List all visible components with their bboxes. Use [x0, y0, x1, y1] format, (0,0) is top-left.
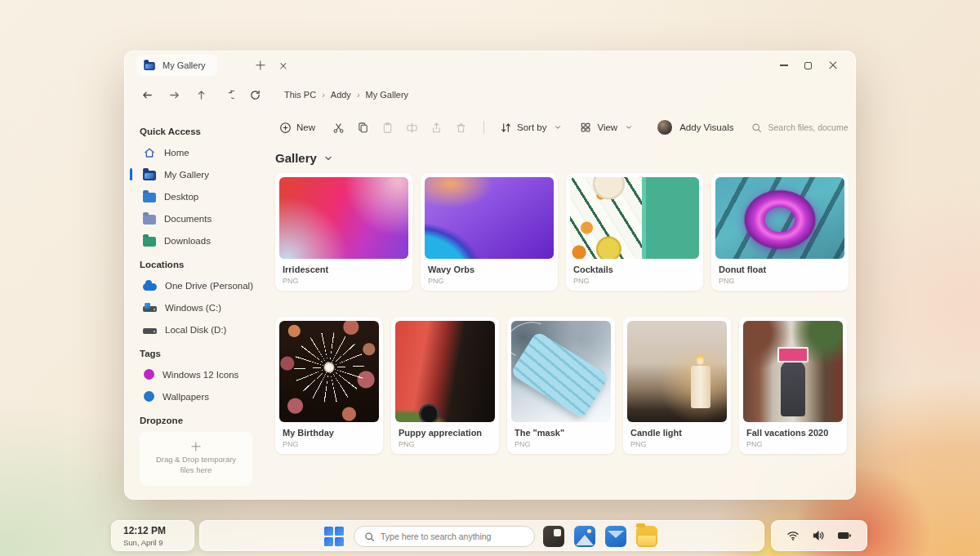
gallery-card-irridescent[interactable]: Irridescent PNG	[275, 173, 412, 291]
system-tray[interactable]	[771, 520, 867, 551]
sidebar-item-local-disk-d[interactable]: Local Disk (D:)	[140, 318, 257, 340]
gallery-folder-icon	[143, 171, 156, 180]
media-app-icon[interactable]	[543, 526, 564, 547]
desktop-wallpaper: My Gallery	[0, 0, 980, 556]
plus-icon	[192, 442, 201, 451]
sidebar-item-wallpapers[interactable]: Wallpapers	[140, 385, 257, 407]
start-logo-icon	[324, 527, 333, 536]
taskbar-search[interactable]	[354, 526, 535, 547]
sidebar-item-desktop[interactable]: Desktop	[140, 185, 257, 207]
dropzone-text: Drag & Drop temporary files here	[151, 455, 241, 476]
profile-button[interactable]: Addy Visuals	[657, 119, 733, 136]
tag-dot-blue-icon	[144, 391, 154, 402]
navigation-bar: This PC › Addy › My Gallery	[125, 79, 855, 110]
folder-green-icon	[143, 237, 156, 247]
close-tab-icon[interactable]	[279, 62, 287, 69]
gallery-folder-icon	[144, 62, 155, 70]
taskbar-center	[199, 520, 764, 551]
gallery-card-the-mask[interactable]: The "mask" PNG	[507, 317, 615, 454]
mail-app-icon[interactable]	[605, 526, 626, 547]
clock-widget[interactable]: 12:12 PM Sun, April 9	[111, 520, 194, 551]
tab-title: My Gallery	[163, 60, 206, 70]
new-button[interactable]: New	[274, 118, 320, 137]
up-icon[interactable]	[195, 89, 207, 101]
sidebar-item-onedrive[interactable]: One Drive (Personal)	[140, 274, 257, 296]
sidebar-item-my-gallery[interactable]: My Gallery	[140, 163, 257, 185]
section-quick-access: Quick Access	[140, 127, 257, 136]
candle-shape	[691, 366, 710, 408]
profile-name: Addy Visuals	[679, 122, 733, 132]
start-logo-icon	[335, 537, 344, 546]
main-content: New	[265, 112, 862, 499]
gallery-card-donut-float[interactable]: Donut float PNG	[711, 173, 849, 291]
sidebar-item-windows-c[interactable]: Windows (C:)	[140, 296, 257, 318]
thumbnail-donut-float	[715, 177, 844, 259]
sidebar: Quick Access Home My Gallery Desktop	[125, 112, 265, 499]
sort-by-button[interactable]: Sort by	[494, 118, 569, 137]
dropzone-target[interactable]: Drag & Drop temporary files here	[140, 432, 252, 486]
thumbnail-irridescent	[279, 177, 408, 259]
chevron-down-icon	[622, 121, 635, 134]
folder-blue-icon	[143, 193, 156, 202]
paste-icon[interactable]	[381, 121, 394, 134]
chevron-down-icon	[551, 121, 564, 134]
undo-icon[interactable]	[222, 89, 234, 101]
close-window-button[interactable]	[828, 61, 837, 70]
gallery-card-wavy-orbs[interactable]: Wavy Orbs PNG	[421, 173, 558, 291]
sort-arrows-icon	[499, 121, 512, 134]
new-tab-button[interactable]	[256, 61, 265, 70]
tab-my-gallery[interactable]: My Gallery	[136, 55, 217, 76]
thumbnail-the-mask	[511, 321, 611, 422]
gallery-card-puppy-appreciation[interactable]: Puppy appreciation PNG	[391, 317, 499, 454]
maximize-button[interactable]	[804, 62, 812, 69]
photos-app-icon[interactable]	[574, 526, 595, 547]
taskbar-search-input[interactable]	[381, 532, 524, 541]
taskbar-date: Sun, April 9	[123, 538, 194, 547]
search-input[interactable]	[768, 122, 849, 132]
person-shape	[781, 361, 805, 416]
thumbnail-cocktails	[570, 177, 699, 259]
section-tags: Tags	[140, 349, 257, 358]
search-icon	[364, 532, 375, 542]
gallery-card-candle-light[interactable]: Candle light PNG	[623, 317, 731, 454]
share-icon[interactable]	[430, 121, 443, 134]
refresh-icon[interactable]	[249, 89, 261, 101]
sidebar-item-home[interactable]: Home	[140, 141, 257, 163]
sidebar-item-documents[interactable]: Documents	[140, 207, 257, 229]
thumbnail-fall-vacations	[743, 321, 843, 422]
start-logo-icon	[324, 537, 333, 546]
disk-drive-icon	[143, 328, 157, 334]
chevron-down-icon[interactable]	[323, 153, 333, 163]
breadcrumb-this-pc[interactable]: This PC	[284, 90, 316, 100]
breadcrumb: This PC › Addy › My Gallery	[284, 90, 408, 100]
minimize-button[interactable]	[780, 64, 788, 65]
plus-circle-icon	[278, 121, 292, 134]
folder-slate-icon	[143, 215, 156, 225]
avatar	[657, 119, 673, 136]
breadcrumb-addy[interactable]: Addy	[331, 90, 351, 100]
sidebar-item-downloads[interactable]: Downloads	[140, 229, 257, 251]
copy-icon[interactable]	[356, 121, 369, 134]
sparkler-shape	[294, 332, 364, 403]
sidebar-item-windows-12-icons[interactable]: Windows 12 Icons	[140, 363, 257, 385]
back-icon[interactable]	[141, 89, 154, 101]
start-button[interactable]	[324, 527, 344, 546]
rename-icon[interactable]	[405, 121, 418, 134]
home-icon	[143, 146, 156, 159]
cut-icon[interactable]	[332, 121, 345, 134]
breadcrumb-separator: ›	[357, 90, 360, 100]
gallery-card-my-birthday[interactable]: My Birthday PNG	[275, 317, 383, 454]
volume-icon	[812, 530, 825, 541]
battery-icon	[837, 531, 852, 540]
forward-icon[interactable]	[168, 89, 180, 101]
file-explorer-app-icon[interactable]	[636, 526, 657, 547]
delete-icon[interactable]	[454, 121, 467, 134]
section-locations: Locations	[140, 260, 257, 269]
windows-drive-icon	[143, 306, 157, 312]
view-button[interactable]: View	[574, 118, 640, 137]
gallery-card-fall-vacations[interactable]: Fall vacations 2020 PNG	[739, 317, 847, 454]
titlebar: My Gallery	[125, 51, 855, 79]
thumbnail-candle-light	[627, 321, 727, 422]
gallery-card-cocktails[interactable]: Cocktails PNG	[566, 173, 703, 291]
breadcrumb-my-gallery[interactable]: My Gallery	[366, 90, 409, 100]
